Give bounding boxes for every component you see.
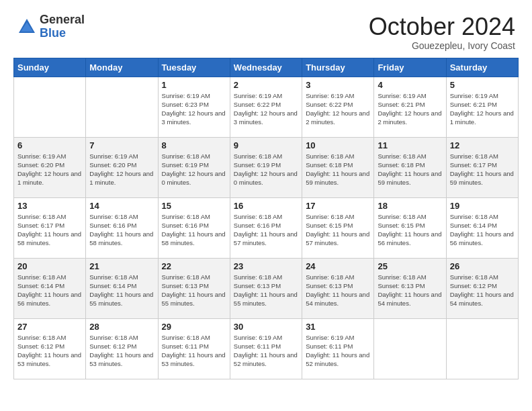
day-number: 1 <box>162 80 226 90</box>
day-number: 14 <box>89 201 154 211</box>
day-number: 15 <box>162 201 226 211</box>
calendar-day-cell: 26Sunrise: 6:18 AM Sunset: 6:12 PM Dayli… <box>446 258 518 318</box>
day-info: Sunrise: 6:19 AM Sunset: 6:22 PM Dayligh… <box>234 91 298 127</box>
logo: General Blue <box>17 13 85 40</box>
location-subtitle: Gouezepleu, Ivory Coast <box>369 40 515 51</box>
day-info: Sunrise: 6:19 AM Sunset: 6:23 PM Dayligh… <box>162 91 226 127</box>
day-number: 8 <box>162 140 226 150</box>
calendar-day-cell: 1Sunrise: 6:19 AM Sunset: 6:23 PM Daylig… <box>158 77 230 137</box>
calendar-day-cell: 19Sunrise: 6:18 AM Sunset: 6:14 PM Dayli… <box>446 197 518 258</box>
day-info: Sunrise: 6:18 AM Sunset: 6:12 PM Dayligh… <box>89 333 154 369</box>
day-of-week-header: Saturday <box>446 58 518 77</box>
day-info: Sunrise: 6:19 AM Sunset: 6:20 PM Dayligh… <box>89 152 154 187</box>
calendar-week-row: 20Sunrise: 6:18 AM Sunset: 6:14 PM Dayli… <box>14 258 519 318</box>
day-info: Sunrise: 6:19 AM Sunset: 6:11 PM Dayligh… <box>234 333 298 369</box>
calendar-table: SundayMondayTuesdayWednesdayThursdayFrid… <box>13 58 519 379</box>
day-info: Sunrise: 6:18 AM Sunset: 6:15 PM Dayligh… <box>306 212 370 248</box>
day-number: 30 <box>234 322 298 332</box>
calendar-week-row: 1Sunrise: 6:19 AM Sunset: 6:23 PM Daylig… <box>14 77 519 137</box>
day-info: Sunrise: 6:18 AM Sunset: 6:14 PM Dayligh… <box>17 273 82 308</box>
day-info: Sunrise: 6:18 AM Sunset: 6:17 PM Dayligh… <box>17 212 82 248</box>
day-info: Sunrise: 6:18 AM Sunset: 6:12 PM Dayligh… <box>450 273 515 308</box>
calendar-day-cell: 14Sunrise: 6:18 AM Sunset: 6:16 PM Dayli… <box>86 197 158 258</box>
day-info: Sunrise: 6:18 AM Sunset: 6:13 PM Dayligh… <box>306 273 370 308</box>
calendar-day-cell: 20Sunrise: 6:18 AM Sunset: 6:14 PM Dayli… <box>14 258 86 318</box>
day-number: 16 <box>234 201 298 211</box>
day-number: 12 <box>450 140 515 150</box>
day-of-week-header: Monday <box>86 58 158 77</box>
calendar-day-cell: 22Sunrise: 6:18 AM Sunset: 6:13 PM Dayli… <box>158 258 230 318</box>
calendar-day-cell: 5Sunrise: 6:19 AM Sunset: 6:21 PM Daylig… <box>446 77 518 137</box>
calendar-header: SundayMondayTuesdayWednesdayThursdayFrid… <box>14 58 519 77</box>
calendar-day-cell: 18Sunrise: 6:18 AM Sunset: 6:15 PM Dayli… <box>374 197 446 258</box>
day-info: Sunrise: 6:18 AM Sunset: 6:16 PM Dayligh… <box>162 212 226 248</box>
title-section: October 2024 Gouezepleu, Ivory Coast <box>369 13 515 51</box>
month-title: October 2024 <box>369 13 515 40</box>
calendar-day-cell: 6Sunrise: 6:19 AM Sunset: 6:20 PM Daylig… <box>14 137 86 197</box>
logo-general-text: General <box>40 13 85 27</box>
day-info: Sunrise: 6:18 AM Sunset: 6:18 PM Dayligh… <box>378 152 442 187</box>
day-info: Sunrise: 6:18 AM Sunset: 6:14 PM Dayligh… <box>89 273 154 308</box>
calendar-day-cell: 4Sunrise: 6:19 AM Sunset: 6:21 PM Daylig… <box>374 77 446 137</box>
calendar-day-cell: 23Sunrise: 6:18 AM Sunset: 6:13 PM Dayli… <box>230 258 302 318</box>
day-info: Sunrise: 6:18 AM Sunset: 6:11 PM Dayligh… <box>162 333 226 369</box>
day-info: Sunrise: 6:19 AM Sunset: 6:22 PM Dayligh… <box>306 91 370 127</box>
calendar-week-row: 6Sunrise: 6:19 AM Sunset: 6:20 PM Daylig… <box>14 137 519 197</box>
day-info: Sunrise: 6:18 AM Sunset: 6:16 PM Dayligh… <box>234 212 298 248</box>
day-number: 6 <box>17 140 82 150</box>
day-info: Sunrise: 6:19 AM Sunset: 6:21 PM Dayligh… <box>450 91 515 127</box>
day-number: 3 <box>306 80 370 90</box>
day-info: Sunrise: 6:19 AM Sunset: 6:20 PM Dayligh… <box>17 152 82 187</box>
logo-icon <box>17 17 37 37</box>
day-number: 10 <box>306 140 370 150</box>
day-number: 26 <box>450 261 515 271</box>
day-number: 18 <box>378 201 442 211</box>
calendar-week-row: 13Sunrise: 6:18 AM Sunset: 6:17 PM Dayli… <box>14 197 519 258</box>
day-info: Sunrise: 6:18 AM Sunset: 6:18 PM Dayligh… <box>306 152 370 187</box>
day-info: Sunrise: 6:18 AM Sunset: 6:17 PM Dayligh… <box>450 152 515 187</box>
day-of-week-header: Wednesday <box>230 58 302 77</box>
day-number: 13 <box>17 201 82 211</box>
calendar-day-cell: 29Sunrise: 6:18 AM Sunset: 6:11 PM Dayli… <box>158 318 230 379</box>
header-row: SundayMondayTuesdayWednesdayThursdayFrid… <box>14 58 519 77</box>
day-info: Sunrise: 6:18 AM Sunset: 6:15 PM Dayligh… <box>378 212 442 248</box>
day-number: 20 <box>17 261 82 271</box>
day-info: Sunrise: 6:18 AM Sunset: 6:12 PM Dayligh… <box>17 333 82 369</box>
calendar-day-cell: 11Sunrise: 6:18 AM Sunset: 6:18 PM Dayli… <box>374 137 446 197</box>
day-of-week-header: Thursday <box>302 58 374 77</box>
calendar-day-cell: 8Sunrise: 6:18 AM Sunset: 6:19 PM Daylig… <box>158 137 230 197</box>
calendar-day-cell: 25Sunrise: 6:18 AM Sunset: 6:13 PM Dayli… <box>374 258 446 318</box>
calendar-day-cell: 9Sunrise: 6:18 AM Sunset: 6:19 PM Daylig… <box>230 137 302 197</box>
page-header: General Blue October 2024 Gouezepleu, Iv… <box>7 7 525 54</box>
calendar-day-cell: 30Sunrise: 6:19 AM Sunset: 6:11 PM Dayli… <box>230 318 302 379</box>
day-info: Sunrise: 6:18 AM Sunset: 6:13 PM Dayligh… <box>234 273 298 308</box>
calendar-day-cell: 27Sunrise: 6:18 AM Sunset: 6:12 PM Dayli… <box>14 318 86 379</box>
day-number: 4 <box>378 80 442 90</box>
day-info: Sunrise: 6:19 AM Sunset: 6:11 PM Dayligh… <box>306 333 370 369</box>
day-number: 23 <box>234 261 298 271</box>
day-number: 21 <box>89 261 154 271</box>
calendar-day-cell: 31Sunrise: 6:19 AM Sunset: 6:11 PM Dayli… <box>302 318 374 379</box>
day-number: 17 <box>306 201 370 211</box>
calendar-day-cell: 2Sunrise: 6:19 AM Sunset: 6:22 PM Daylig… <box>230 77 302 137</box>
calendar-day-cell: 12Sunrise: 6:18 AM Sunset: 6:17 PM Dayli… <box>446 137 518 197</box>
calendar-body: 1Sunrise: 6:19 AM Sunset: 6:23 PM Daylig… <box>14 77 519 379</box>
day-number: 11 <box>378 140 442 150</box>
day-number: 29 <box>162 322 226 332</box>
calendar-day-cell: 3Sunrise: 6:19 AM Sunset: 6:22 PM Daylig… <box>302 77 374 137</box>
calendar-week-row: 27Sunrise: 6:18 AM Sunset: 6:12 PM Dayli… <box>14 318 519 379</box>
calendar-day-cell: 13Sunrise: 6:18 AM Sunset: 6:17 PM Dayli… <box>14 197 86 258</box>
day-info: Sunrise: 6:18 AM Sunset: 6:16 PM Dayligh… <box>89 212 154 248</box>
day-number: 28 <box>89 322 154 332</box>
day-of-week-header: Friday <box>374 58 446 77</box>
day-number: 5 <box>450 80 515 90</box>
calendar-day-cell: 15Sunrise: 6:18 AM Sunset: 6:16 PM Dayli… <box>158 197 230 258</box>
day-of-week-header: Sunday <box>14 58 86 77</box>
day-info: Sunrise: 6:18 AM Sunset: 6:14 PM Dayligh… <box>450 212 515 248</box>
day-of-week-header: Tuesday <box>158 58 230 77</box>
day-number: 19 <box>450 201 515 211</box>
calendar-day-cell: 21Sunrise: 6:18 AM Sunset: 6:14 PM Dayli… <box>86 258 158 318</box>
day-info: Sunrise: 6:18 AM Sunset: 6:13 PM Dayligh… <box>378 273 442 308</box>
day-number: 7 <box>89 140 154 150</box>
calendar-day-cell <box>14 77 86 137</box>
